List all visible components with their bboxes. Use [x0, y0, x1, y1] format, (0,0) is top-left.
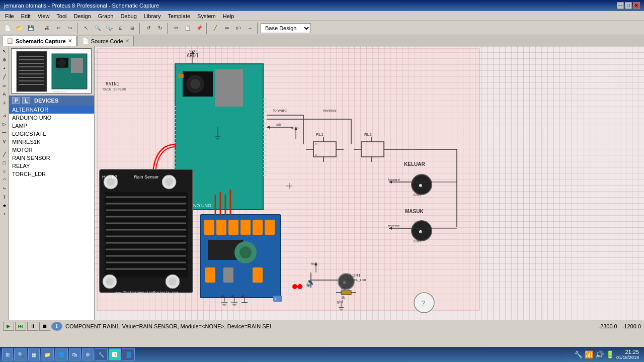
- tray-icon2[interactable]: 📶: [585, 350, 593, 358]
- step-button[interactable]: ⏭: [15, 322, 26, 331]
- lst-bus[interactable]: ═: [1, 81, 9, 89]
- lst-select[interactable]: ↖: [1, 47, 9, 55]
- tb-zoom-in[interactable]: 🔍: [92, 23, 103, 34]
- tb-wire[interactable]: ╱: [210, 23, 221, 34]
- lst-generator[interactable]: 〜: [1, 129, 9, 137]
- tb-undo[interactable]: ↩: [53, 23, 64, 34]
- lst-add[interactable]: +: [1, 210, 9, 218]
- stop-button[interactable]: ⏹: [39, 322, 50, 331]
- taskbar-proteus[interactable]: 🔧: [95, 348, 108, 360]
- tab-source-close[interactable]: ✕: [125, 38, 129, 44]
- menu-item-file[interactable]: File: [2, 13, 17, 20]
- lst-tape[interactable]: ▷: [1, 120, 9, 128]
- lst-label[interactable]: A: [1, 90, 9, 98]
- lst-2d-line[interactable]: ╱: [1, 150, 9, 158]
- taskbar-task-view[interactable]: ▦: [28, 348, 40, 360]
- status-coords: -2300.0 -1200.0: [598, 323, 641, 329]
- tb-net-label[interactable]: 🏷: [233, 23, 244, 34]
- taskbar-facebook[interactable]: 📘: [122, 348, 135, 360]
- tb-print[interactable]: 🖨: [41, 23, 52, 34]
- minimize-button[interactable]: —: [617, 2, 624, 9]
- tab-schematic[interactable]: 📋 Schematic Capture ✕: [2, 36, 76, 46]
- maximize-button[interactable]: □: [625, 2, 632, 9]
- lst-voltage[interactable]: V: [1, 137, 9, 145]
- comp-item-arduino-uno[interactable]: ARDUINO UNO: [9, 114, 94, 122]
- menu-item-help[interactable]: Help: [220, 13, 237, 20]
- taskbar-time[interactable]: 21:25 01/18/2019: [616, 349, 642, 360]
- menu-item-tool[interactable]: Tool: [53, 13, 69, 20]
- lst-2d-box[interactable]: □: [1, 159, 9, 167]
- taskbar-search[interactable]: 🔍: [14, 348, 27, 360]
- start-button[interactable]: ⊞: [2, 348, 13, 360]
- comp-item-relay[interactable]: RELAY: [9, 162, 94, 170]
- canvas-area[interactable]: ARDUINO UNO ARD1 VCC RAIN1 RAIN SENSOR: [95, 46, 644, 320]
- lst-probe[interactable]: ⊿: [1, 112, 9, 120]
- tb-zoom-out[interactable]: 🔍-: [104, 23, 115, 34]
- tab-source[interactable]: 📄 Source Code ✕: [77, 36, 134, 46]
- menu-item-view[interactable]: View: [35, 13, 53, 20]
- tray-icon1[interactable]: 🔧: [574, 350, 583, 358]
- play-button[interactable]: ▶: [3, 322, 14, 331]
- taskbar-settings[interactable]: ⚙: [82, 348, 94, 360]
- tb-zoom-all[interactable]: ⊞: [127, 23, 138, 34]
- tb-rotate-left[interactable]: ↺: [143, 23, 154, 34]
- tb-sep6: [257, 23, 259, 34]
- tb-paste[interactable]: 📌: [194, 23, 205, 34]
- comp-item-torch_ldr[interactable]: TORCH_LDR: [9, 170, 94, 178]
- comp-item-alternator[interactable]: ALTERNATOR: [9, 106, 94, 114]
- tab-schematic-close[interactable]: ✕: [68, 38, 72, 44]
- tb-rotate-right[interactable]: ↻: [154, 23, 166, 34]
- lst-component[interactable]: ⊕: [1, 56, 9, 64]
- taskbar-explorer[interactable]: 📁: [41, 348, 54, 360]
- tb-cursor[interactable]: ↖: [80, 23, 92, 34]
- comp-btn-p[interactable]: P: [12, 97, 20, 104]
- lst-2d-arc[interactable]: ◠: [1, 176, 9, 184]
- info-button[interactable]: ℹ: [51, 322, 62, 331]
- svg-text:RL2: RL2: [364, 132, 372, 137]
- menu-item-design[interactable]: Design: [71, 13, 94, 20]
- tb-open[interactable]: 📂: [14, 23, 25, 34]
- svg-point-21: [190, 79, 200, 89]
- lst-power[interactable]: ⏚: [1, 99, 9, 107]
- lst-text[interactable]: T: [1, 193, 9, 201]
- comp-item-minres1k[interactable]: MINRES1K: [9, 138, 94, 146]
- tb-save[interactable]: 💾: [25, 23, 36, 34]
- menu-item-graph[interactable]: Graph: [95, 13, 117, 20]
- taskbar-store[interactable]: 🛍: [69, 348, 81, 360]
- tb-copy[interactable]: 📋: [182, 23, 193, 34]
- lst-symbol[interactable]: ★: [1, 202, 9, 210]
- svg-text:GND: GND: [211, 300, 218, 303]
- menu-item-debug[interactable]: Debug: [117, 13, 139, 20]
- window-controls[interactable]: — □ ✕: [617, 2, 640, 9]
- tb-zoom-fit[interactable]: ⊡: [115, 23, 126, 34]
- menu-item-edit[interactable]: Edit: [18, 13, 34, 20]
- lst-2d-path[interactable]: ⤷: [1, 185, 9, 193]
- tb-port[interactable]: ↔: [245, 23, 256, 34]
- status-controls[interactable]: ▶ ⏭ ⏸ ⏹ ℹ: [3, 322, 62, 331]
- svg-text:⊕: ⊕: [419, 183, 423, 188]
- menu-item-template[interactable]: Template: [165, 13, 193, 20]
- tb-redo[interactable]: ↪: [64, 23, 75, 34]
- close-button[interactable]: ✕: [633, 2, 640, 9]
- lst-2d-circle[interactable]: ○: [1, 167, 9, 175]
- tb-cut[interactable]: ✂: [171, 23, 182, 34]
- taskbar-edge[interactable]: 🌐: [55, 348, 68, 360]
- tb-new[interactable]: 📄: [2, 23, 13, 34]
- comp-item-logicstate[interactable]: LOGICSTATE: [9, 130, 94, 138]
- lst-junction[interactable]: •: [1, 64, 9, 72]
- tray-battery[interactable]: 🔋: [606, 350, 614, 358]
- tb-bus[interactable]: ═: [221, 23, 232, 34]
- comp-item-motor[interactable]: MOTOR: [9, 146, 94, 154]
- design-dropdown[interactable]: Base Design: [261, 23, 311, 33]
- comp-item-lamp[interactable]: LAMP: [9, 122, 94, 130]
- menu-item-system[interactable]: System: [194, 13, 219, 20]
- svg-text:⊕: ⊕: [419, 229, 423, 234]
- pause-button[interactable]: ⏸: [27, 322, 38, 331]
- lst-wire[interactable]: ╱: [1, 73, 9, 81]
- tray-volume[interactable]: 🔊: [595, 350, 604, 358]
- comp-list[interactable]: ALTERNATORARDUINO UNOLAMPLOGICSTATEMINRE…: [9, 106, 94, 320]
- comp-item-rain-sensor[interactable]: RAIN SENSOR: [9, 154, 94, 162]
- comp-btn-l[interactable]: L: [22, 97, 30, 104]
- menu-item-library[interactable]: Library: [141, 13, 164, 20]
- taskbar-arduino[interactable]: 🅰: [109, 348, 121, 360]
